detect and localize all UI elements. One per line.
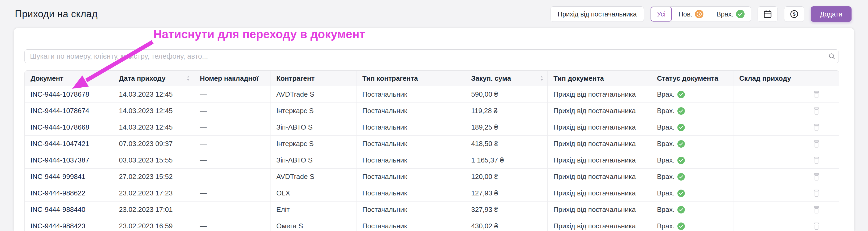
- svg-text:$: $: [793, 11, 796, 17]
- column-header-actions: [805, 70, 839, 86]
- date-cell: 23.02.2023 17:01: [113, 201, 194, 218]
- status-check-icon: [677, 173, 685, 180]
- delete-button[interactable]: [812, 139, 820, 148]
- search-bar: [24, 49, 839, 63]
- filter-all-tab[interactable]: Усі: [651, 7, 672, 22]
- delete-button[interactable]: [812, 222, 820, 230]
- date-cell: 23.02.2023 17:23: [113, 185, 194, 201]
- date-cell: 27.02.2023 15:52: [113, 168, 194, 185]
- calendar-icon: [763, 9, 772, 19]
- date-cell: 14.03.2023 12:45: [113, 119, 194, 136]
- status-label: Врах.: [657, 140, 675, 148]
- doc-id-cell: INC-9444-1078678: [25, 86, 113, 103]
- delete-button[interactable]: [812, 90, 820, 99]
- counterparty-type-cell: Постачальник: [356, 185, 465, 201]
- column-header-label: Закуп. сума: [471, 74, 511, 83]
- sort-icon[interactable]: [186, 75, 190, 82]
- receipts-table: ДокументДата приходуНомер накладноїКонтр…: [24, 70, 839, 231]
- column-header-3: Контрагент: [271, 70, 356, 86]
- counterparty-cell: Еліт: [271, 201, 356, 218]
- trash-icon: [812, 205, 820, 214]
- warehouse-cell: [734, 201, 805, 218]
- filter-accounted-tab[interactable]: Врах.: [710, 7, 751, 22]
- status-cell: Врах.: [651, 218, 734, 231]
- search-input[interactable]: [25, 50, 825, 63]
- counterparty-type-cell: Постачальник: [356, 86, 465, 103]
- search-icon: [828, 52, 836, 60]
- status-check-icon: [677, 91, 685, 98]
- status-filter-segmented: Усі Нов. Врах.: [650, 6, 751, 22]
- status-label: Врах.: [657, 156, 675, 164]
- column-header-6: Тип документа: [548, 70, 651, 86]
- trash-icon: [812, 172, 820, 181]
- doc-type-filter-button[interactable]: Прихід від постачальника: [551, 6, 644, 22]
- clock-badge-icon: [695, 10, 704, 18]
- status-check-icon: [677, 206, 685, 213]
- warehouse-cell: [734, 86, 805, 103]
- calendar-button[interactable]: [757, 6, 778, 22]
- column-header-5[interactable]: Закуп. сума: [465, 70, 548, 86]
- delete-button[interactable]: [812, 189, 820, 198]
- column-header-label: Контрагент: [276, 74, 315, 83]
- doc-id-cell: INC-9444-988440: [25, 201, 113, 218]
- status-check-icon: [677, 140, 685, 148]
- date-cell: 03.03.2023 15:55: [113, 152, 194, 168]
- actions-cell: [805, 119, 839, 136]
- counterparty-type-cell: Постачальник: [356, 201, 465, 218]
- counterparty-cell: Зіп-АВТО S: [271, 152, 356, 168]
- status-cell: Врах.: [651, 103, 734, 119]
- sum-cell: 430,02 ₴: [465, 218, 548, 231]
- warehouse-cell: [734, 168, 805, 185]
- trash-icon: [812, 156, 820, 165]
- status-check-icon: [677, 223, 685, 230]
- trash-icon: [812, 139, 820, 148]
- column-header-label: Тип документа: [553, 74, 604, 83]
- doc-type-cell: Прихід від постачальника: [548, 86, 651, 103]
- counterparty-type-cell: Постачальник: [356, 119, 465, 136]
- doc-id-cell: INC-9444-1078674: [25, 103, 113, 119]
- doc-id-cell: INC-9444-999841: [25, 168, 113, 185]
- date-cell: 07.03.2023 09:37: [113, 136, 194, 152]
- sum-cell: 189,25 ₴: [465, 119, 548, 136]
- column-header-label: Склад приходу: [739, 74, 791, 83]
- column-header-7: Статус документа: [651, 70, 734, 86]
- status-label: Врах.: [657, 123, 675, 132]
- delete-button[interactable]: [812, 205, 820, 214]
- doc-type-filter-label: Прихід від постачальника: [558, 10, 637, 18]
- money-button[interactable]: $: [784, 6, 804, 22]
- search-button[interactable]: [825, 50, 839, 63]
- add-button[interactable]: Додати: [811, 6, 851, 22]
- actions-cell: [805, 103, 839, 119]
- column-header-4: Тип контрагента: [356, 70, 465, 86]
- doc-type-cell: Прихід від постачальника: [548, 103, 651, 119]
- filter-new-label: Нов.: [679, 10, 692, 18]
- column-header-1[interactable]: Дата приходу: [113, 70, 194, 86]
- status-check-icon: [677, 107, 685, 115]
- content-card: ДокументДата приходуНомер накладноїКонтр…: [14, 28, 854, 231]
- counterparty-cell: Інтеркарс S: [271, 136, 356, 152]
- dollar-circle-icon: $: [789, 9, 799, 19]
- column-header-label: Тип контрагента: [362, 74, 418, 83]
- delete-button[interactable]: [812, 156, 820, 165]
- delete-button[interactable]: [812, 172, 820, 181]
- sum-cell: 119,28 ₴: [465, 103, 548, 119]
- doc-type-cell: Прихід від постачальника: [548, 201, 651, 218]
- doc-id-cell: INC-9444-1037387: [25, 152, 113, 168]
- sort-icon[interactable]: [540, 75, 544, 82]
- column-header-2: Номер накладної: [194, 70, 271, 86]
- counterparty-cell: OLX: [271, 185, 356, 201]
- delete-button[interactable]: [812, 107, 820, 115]
- status-label: Врах.: [657, 90, 675, 98]
- doc-type-cell: Прихід від постачальника: [548, 136, 651, 152]
- doc-id-cell: INC-9444-1047421: [25, 136, 113, 152]
- counterparty-cell: Зіп-АВТО S: [271, 119, 356, 136]
- delete-button[interactable]: [812, 123, 820, 132]
- column-header-label: Номер накладної: [200, 74, 258, 83]
- filter-new-tab[interactable]: Нов.: [672, 7, 710, 22]
- filter-all-label: Усі: [657, 10, 665, 18]
- date-cell: 14.03.2023 12:45: [113, 86, 194, 103]
- status-cell: Врах.: [651, 185, 734, 201]
- column-header-label: Статус документа: [657, 74, 718, 83]
- doc-id-cell: INC-9444-988423: [25, 218, 113, 231]
- doc-type-cell: Прихід від постачальника: [548, 119, 651, 136]
